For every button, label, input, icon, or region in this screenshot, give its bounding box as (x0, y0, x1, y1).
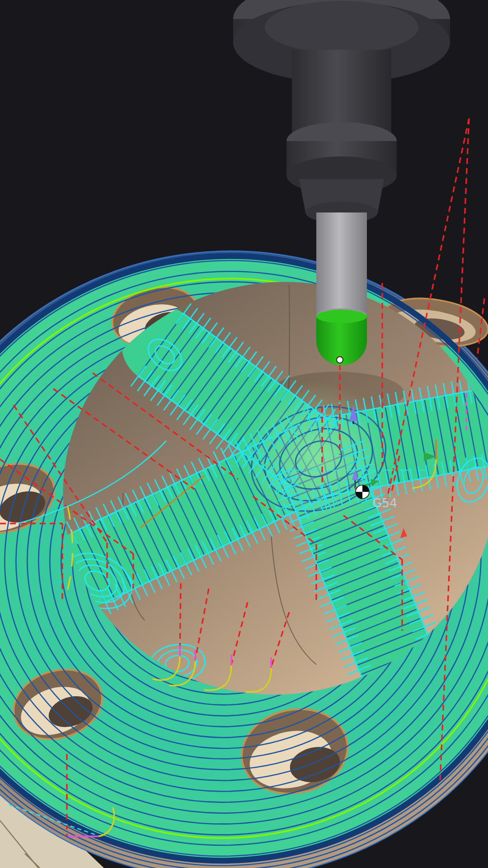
tool-shank (316, 212, 367, 323)
tool-tip (316, 310, 367, 365)
wcs-origin-marker-icon (356, 485, 369, 499)
cam-3d-scene: G54 (0, 0, 488, 868)
machined-part (0, 209, 488, 868)
tool-tip-point-icon (337, 357, 343, 363)
cam-simulation-viewport[interactable]: G54 (0, 0, 488, 868)
wcs-label: G54 (372, 496, 397, 510)
